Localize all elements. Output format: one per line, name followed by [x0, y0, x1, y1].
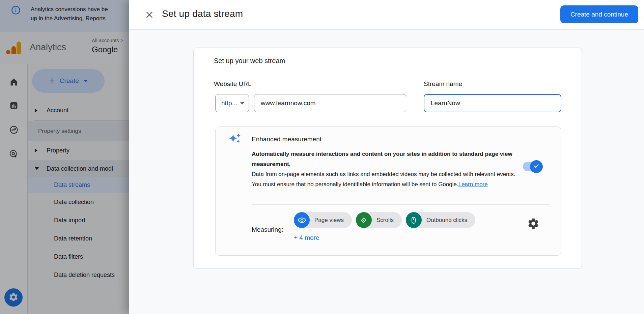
close-button[interactable] [144, 10, 155, 20]
sparkle-icon [229, 133, 242, 145]
web-stream-card: Set up your web stream Website URL http.… [193, 48, 582, 269]
website-url-label: Website URL [214, 80, 252, 88]
description-body: Data from on-page elements such as links… [252, 169, 518, 190]
stream-name-input[interactable] [424, 94, 561, 112]
enhanced-measurement-card: Enhanced measurement Automatically measu… [215, 126, 561, 256]
enhanced-measurement-title: Enhanced measurement [252, 136, 321, 143]
measurement-settings-button[interactable] [527, 217, 540, 230]
check-icon [533, 162, 540, 171]
close-icon [145, 15, 154, 20]
scroll-icon [356, 212, 372, 228]
chip-page-views[interactable]: Page views [294, 212, 352, 228]
eye-icon [294, 212, 310, 228]
stream-name-label: Stream name [424, 80, 462, 88]
protocol-select[interactable]: http... [215, 94, 249, 112]
mouse-icon [406, 212, 422, 228]
card-title: Set up your web stream [214, 48, 285, 74]
description-bold: Automatically measure interactions and c… [252, 149, 518, 169]
website-url-input[interactable] [254, 94, 406, 112]
settings-gear-icon [527, 226, 540, 231]
setup-data-stream-dialog: Set up data stream Create and continue S… [129, 0, 644, 314]
learn-more-link[interactable]: Learn more [458, 181, 488, 188]
card-divider [194, 74, 582, 74]
protocol-value: http... [221, 99, 237, 107]
dialog-header: Set up data stream Create and continue [129, 0, 644, 30]
dropdown-caret-icon [240, 102, 244, 105]
create-and-continue-button[interactable]: Create and continue [560, 5, 638, 23]
measuring-divider [252, 204, 550, 205]
enhanced-measurement-toggle[interactable] [523, 162, 540, 171]
measuring-label: Measuring: [252, 226, 283, 233]
enhanced-measurement-description: Automatically measure interactions and c… [252, 149, 518, 190]
dialog-title: Set up data stream [162, 8, 243, 19]
chip-scrolls[interactable]: Scrolls [356, 212, 402, 228]
more-events-link[interactable]: + 4 more [294, 234, 319, 241]
modal-scrim [0, 0, 129, 314]
measuring-chips: Page views Scrolls Outbound c [294, 212, 475, 228]
toggle-thumb [530, 160, 543, 173]
chip-outbound-clicks[interactable]: Outbound clicks [406, 212, 475, 228]
